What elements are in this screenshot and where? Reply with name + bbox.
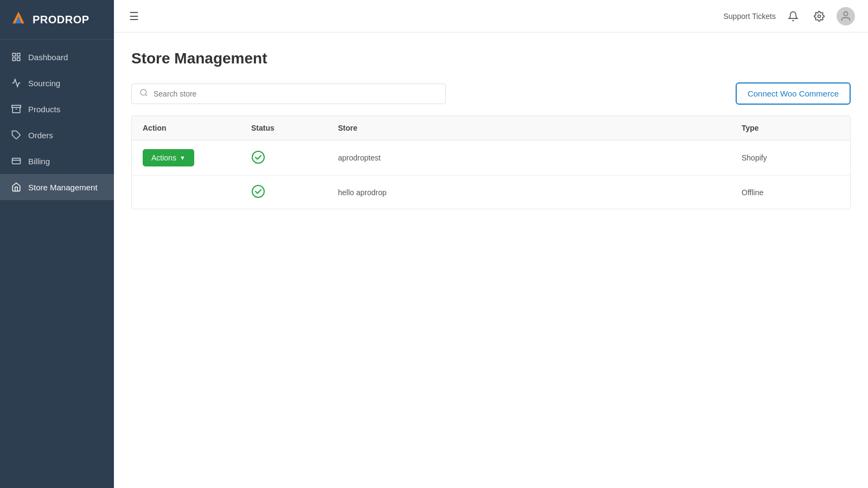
sidebar-item-label: Sourcing <box>28 79 60 88</box>
actions-dropdown-button[interactable]: Actions ▼ <box>143 149 194 166</box>
table-row: Actions ▼ aprodr <box>132 140 850 176</box>
connect-woocommerce-button[interactable]: Connect Woo Commerce <box>736 82 851 105</box>
store-icon <box>11 182 22 192</box>
app-name: PRODROP <box>33 14 90 26</box>
sidebar-item-label: Orders <box>28 131 53 140</box>
svg-point-16 <box>252 185 264 197</box>
sidebar-item-products[interactable]: Products <box>0 96 114 122</box>
billing-icon <box>11 156 22 166</box>
page-title: Store Management <box>131 50 851 67</box>
stores-table-container: Action Status Store Type Actions ▼ <box>131 115 851 209</box>
sidebar: PRODROP Dashboard Sourcing <box>0 0 114 488</box>
status-active-icon <box>251 184 265 198</box>
svg-rect-4 <box>12 58 15 61</box>
table-row: hello aprodrop Offline <box>132 176 850 209</box>
column-status: Status <box>240 116 327 140</box>
main-content: ☰ Support Tickets Store Management <box>114 0 868 488</box>
table-header-row: Action Status Store Type <box>132 116 850 140</box>
table-cell-status <box>240 140 327 176</box>
sidebar-item-dashboard[interactable]: Dashboard <box>0 44 114 70</box>
sidebar-item-billing[interactable]: Billing <box>0 148 114 174</box>
notification-icon[interactable] <box>784 8 802 25</box>
settings-icon[interactable] <box>810 8 828 25</box>
svg-rect-2 <box>12 53 15 56</box>
svg-rect-3 <box>17 53 20 56</box>
svg-point-13 <box>141 89 146 95</box>
sidebar-item-sourcing[interactable]: Sourcing <box>0 70 114 96</box>
svg-rect-5 <box>17 58 20 61</box>
svg-point-11 <box>818 15 821 17</box>
table-cell-store: aprodroptest <box>327 140 731 176</box>
search-icon <box>139 88 148 99</box>
svg-line-14 <box>145 94 147 96</box>
svg-point-12 <box>844 11 847 15</box>
svg-rect-6 <box>12 105 21 107</box>
page-content: Store Management Connect Woo Commerce A <box>114 33 868 488</box>
prodrop-logo-icon <box>9 10 28 29</box>
table-cell-type: Offline <box>731 176 850 209</box>
sidebar-item-label: Billing <box>28 157 50 166</box>
toolbar: Connect Woo Commerce <box>131 82 851 105</box>
table-cell-status <box>240 176 327 209</box>
orders-icon <box>11 130 22 140</box>
products-icon <box>11 104 22 114</box>
chevron-down-icon: ▼ <box>180 155 186 161</box>
sidebar-nav: Dashboard Sourcing Products <box>0 40 114 200</box>
sidebar-item-label: Store Management <box>28 183 98 192</box>
user-avatar[interactable] <box>837 7 855 25</box>
table-cell-store: hello aprodrop <box>327 176 731 209</box>
dashboard-icon <box>11 52 22 62</box>
column-store: Store <box>327 116 731 140</box>
svg-rect-9 <box>12 158 21 164</box>
sourcing-icon <box>11 78 22 88</box>
support-tickets-link[interactable]: Support Tickets <box>724 12 776 21</box>
column-action: Action <box>132 116 240 140</box>
table-cell-action: Actions ▼ <box>132 140 240 176</box>
table-cell-type: Shopify <box>731 140 850 176</box>
header: ☰ Support Tickets <box>114 0 868 33</box>
table-cell-action <box>132 176 240 209</box>
search-input[interactable] <box>154 89 438 98</box>
sidebar-item-store-management[interactable]: Store Management <box>0 174 114 200</box>
sidebar-item-orders[interactable]: Orders <box>0 122 114 148</box>
column-type: Type <box>731 116 850 140</box>
sidebar-item-label: Products <box>28 105 60 114</box>
search-box <box>131 84 446 104</box>
svg-point-15 <box>252 151 264 163</box>
status-active-icon <box>251 150 265 164</box>
sidebar-item-label: Dashboard <box>28 53 68 62</box>
menu-toggle-button[interactable]: ☰ <box>127 8 141 25</box>
sidebar-logo[interactable]: PRODROP <box>0 0 114 40</box>
stores-table: Action Status Store Type Actions ▼ <box>132 116 850 209</box>
